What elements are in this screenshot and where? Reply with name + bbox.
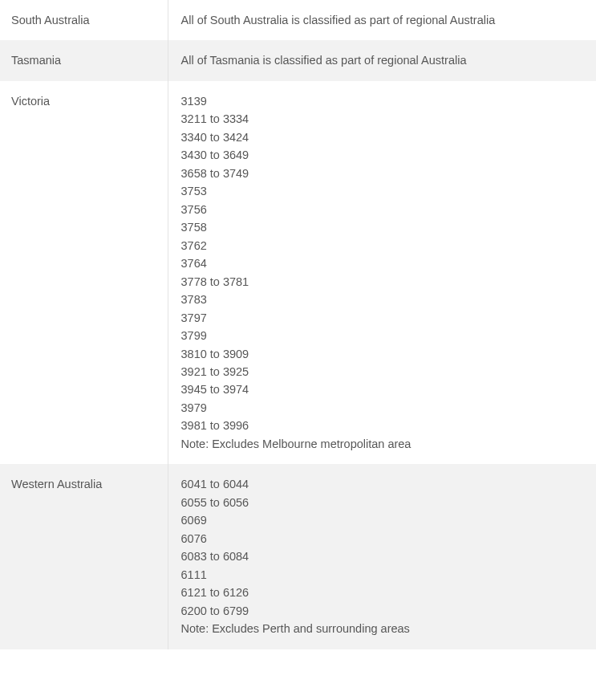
postcode-line: Note: Excludes Melbourne metropolitan ar… — [181, 435, 587, 453]
region-cell: South Australia — [0, 0, 168, 40]
postcodes-cell: All of Tasmania is classified as part of… — [168, 40, 596, 80]
postcode-line: 6200 to 6799 — [181, 602, 587, 620]
region-cell: Victoria — [0, 81, 168, 464]
postcode-line: 6041 to 6044 — [181, 475, 587, 493]
postcode-line: 3139 — [181, 92, 587, 110]
postcode-line: Note: Excludes Perth and surrounding are… — [181, 620, 587, 637]
postcode-line: 3753 — [181, 182, 587, 200]
postcode-line: 6076 — [181, 530, 587, 547]
postcode-line: 3783 — [181, 291, 587, 308]
table-row: Western Australia6041 to 60446055 to 605… — [0, 464, 596, 649]
table-row: South AustraliaAll of South Australia is… — [0, 0, 596, 40]
table-row: Victoria31393211 to 33343340 to 34243430… — [0, 81, 596, 464]
region-cell: Western Australia — [0, 464, 168, 649]
postcode-line: All of Tasmania is classified as part of… — [181, 51, 587, 69]
postcode-line: 6055 to 6056 — [181, 494, 587, 511]
regional-postcodes-table: South AustraliaAll of South Australia is… — [0, 0, 596, 649]
table-row: TasmaniaAll of Tasmania is classified as… — [0, 40, 596, 80]
postcode-line: 3979 — [181, 399, 587, 417]
postcode-line: 3756 — [181, 201, 587, 218]
postcode-line: 3921 to 3925 — [181, 363, 587, 381]
postcode-line: 3797 — [181, 309, 587, 327]
postcode-line: 3430 to 3649 — [181, 146, 587, 164]
postcode-line: 6111 — [181, 566, 587, 584]
region-cell: Tasmania — [0, 40, 168, 80]
postcode-line: 3778 to 3781 — [181, 273, 587, 291]
postcodes-cell: 31393211 to 33343340 to 34243430 to 3649… — [168, 81, 596, 464]
postcode-line: 3945 to 3974 — [181, 381, 587, 398]
postcode-line: 3658 to 3749 — [181, 165, 587, 182]
postcode-line: 3981 to 3996 — [181, 417, 587, 434]
postcode-line: 3810 to 3909 — [181, 345, 587, 363]
postcode-line: 3799 — [181, 327, 587, 344]
postcodes-cell: All of South Australia is classified as … — [168, 0, 596, 40]
postcode-line: 3764 — [181, 254, 587, 272]
postcode-line: All of South Australia is classified as … — [181, 11, 587, 29]
postcode-line: 3758 — [181, 218, 587, 236]
postcode-line: 3211 to 3334 — [181, 110, 587, 128]
postcode-line: 6121 to 6126 — [181, 584, 587, 601]
postcode-line: 3340 to 3424 — [181, 128, 587, 146]
postcode-line: 6069 — [181, 511, 587, 529]
table-body: South AustraliaAll of South Australia is… — [0, 0, 596, 649]
postcode-line: 3762 — [181, 237, 587, 254]
postcode-line: 6083 to 6084 — [181, 547, 587, 565]
postcodes-cell: 6041 to 60446055 to 6056606960766083 to … — [168, 464, 596, 649]
